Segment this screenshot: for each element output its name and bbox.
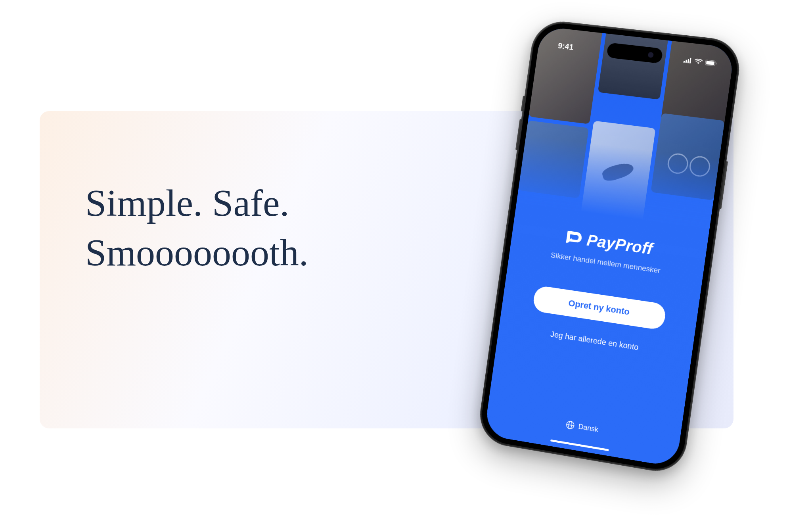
photo-tile — [580, 121, 655, 223]
svg-line-9 — [567, 424, 574, 426]
photo-tile — [651, 113, 725, 200]
app-logo-text: PayProff — [586, 231, 654, 258]
svg-rect-0 — [684, 61, 685, 63]
app-content: PayProff Sikker handel mellem mennesker … — [484, 220, 707, 467]
svg-rect-4 — [705, 60, 715, 66]
create-account-button[interactable]: Opret ny konto — [532, 285, 667, 331]
payproff-logo-icon — [563, 227, 584, 249]
svg-rect-2 — [688, 59, 689, 63]
existing-account-link[interactable]: Jeg har allerede en konto — [550, 330, 639, 352]
status-time: 9:41 — [550, 40, 574, 52]
svg-rect-3 — [689, 58, 691, 63]
wifi-icon — [694, 58, 703, 65]
svg-rect-1 — [686, 60, 687, 63]
hero-headline: Simple. Safe. Smoooooooth. — [85, 179, 383, 278]
status-icons — [684, 57, 721, 67]
globe-icon — [565, 420, 575, 430]
app-tagline: Sikker handel mellem mennesker — [550, 251, 661, 275]
cellular-signal-icon — [684, 57, 692, 63]
photo-tile — [518, 121, 589, 199]
svg-rect-6 — [716, 63, 717, 65]
svg-rect-5 — [706, 61, 714, 65]
battery-icon — [705, 60, 717, 66]
hero-section: Simple. Safe. Smoooooooth. 9:41 — [0, 0, 812, 524]
